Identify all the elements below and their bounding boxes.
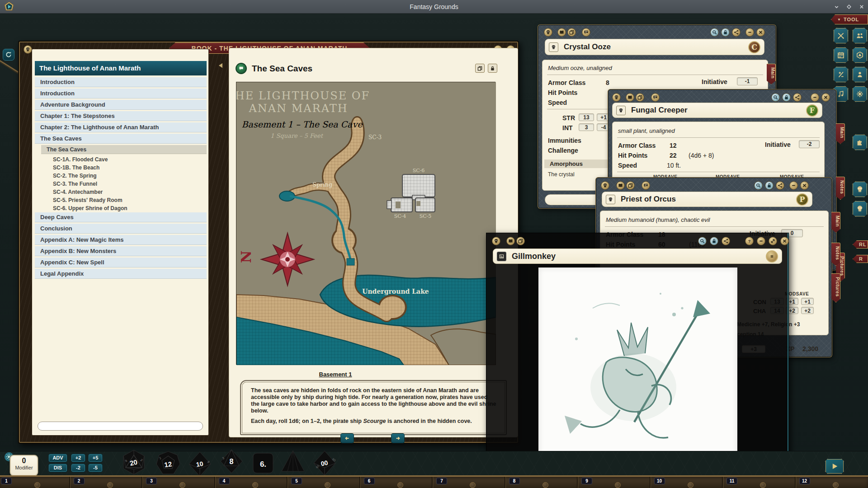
sidebar-collapse-button[interactable] [3,49,14,61]
previous-page-button[interactable] [340,433,354,443]
hotkey-slot-3[interactable]: 3 [146,478,157,484]
d6-die[interactable]: 6. [250,450,277,477]
rail-party-button[interactable] [852,66,868,83]
clone-window-button[interactable] [636,93,644,102]
rail-settings-button[interactable] [852,85,868,103]
con-save-field[interactable]: +1 [801,298,814,305]
lock-button[interactable] [710,237,718,245]
plus2-button[interactable]: +2 [71,454,85,462]
rail-options-button[interactable] [833,27,849,44]
rail-modifiers-button[interactable] [833,66,849,83]
npc-menu-button[interactable] [601,181,609,190]
initiative-field[interactable]: -2 [799,140,820,148]
zoom-button[interactable] [771,93,780,102]
toc-item[interactable]: The Sea Caves [35,134,207,144]
minimize-button[interactable] [745,28,754,37]
initiative-field[interactable]: -1 [737,77,758,85]
d4-die[interactable] [279,448,307,475]
zoom-button[interactable] [698,237,707,245]
tab-notes[interactable]: Notes [836,177,845,200]
npc-menu-button[interactable] [544,28,552,37]
window-titlebar[interactable]: Gillmonkey [493,249,782,264]
tab-main[interactable]: Main [831,212,840,233]
search-input[interactable] [38,422,203,431]
lock-page-icon[interactable] [488,64,497,73]
copy-window-icon[interactable] [475,64,485,73]
minus2-button[interactable]: -2 [71,464,85,472]
minus5-button[interactable]: -5 [89,464,102,472]
toc-item[interactable]: Appendix C: New Spell [35,258,207,267]
rail-characters-button[interactable] [852,27,868,44]
d100-die[interactable]: 80 60 00 [311,450,338,477]
close-button[interactable] [800,181,809,190]
window-titlebar[interactable]: Priest of Orcus P [602,192,812,207]
share-button[interactable] [776,181,784,190]
hotkey-slot-5[interactable]: 5 [291,478,302,484]
rail-calendar-button[interactable] [833,47,849,64]
toc-item[interactable]: Appendix A: New Magic Items [35,235,207,245]
hotkey-slot-11[interactable]: 11 [726,478,737,484]
d10-die[interactable]: 8 10 [186,450,213,478]
book-view-button[interactable] [557,28,566,37]
book-view-button[interactable] [626,93,634,102]
share-button[interactable] [793,93,802,102]
help-button[interactable]: ? [745,237,754,245]
close-button[interactable] [756,28,765,37]
resize-button[interactable] [769,237,777,245]
close-button[interactable] [780,237,789,245]
toc-item[interactable]: SC-1A. Flooded Cave [41,155,207,164]
lock-button[interactable] [765,181,774,190]
hotkey-slot-1[interactable]: 1 [1,478,12,484]
clone-window-button[interactable] [626,181,635,190]
hotkey-slot-2[interactable]: 2 [74,478,85,484]
hotkey-slot-12[interactable]: 12 [799,478,810,484]
toc-item[interactable]: Deep Caves [35,212,207,222]
close-window-icon[interactable] [855,0,868,14]
share-button[interactable] [732,28,741,37]
next-page-button[interactable] [391,433,405,443]
toc-item[interactable]: SC-1B. The Beach [41,164,207,172]
chat-output-button[interactable] [651,93,660,102]
share-button[interactable] [722,237,730,245]
toc-item[interactable]: Chapter 1: The Stepstones [35,111,207,121]
hotkey-slot-9[interactable]: 9 [581,478,592,484]
zoom-button[interactable] [754,181,763,190]
chat-output-button[interactable] [582,28,590,37]
tab-pictures[interactable]: Pictures [831,273,840,302]
toc-item[interactable]: Conclusion [35,224,207,234]
zoom-button[interactable] [710,28,719,37]
disadvantage-button[interactable]: DIS [49,464,67,472]
toc-item[interactable]: SC-2. The Spring [41,172,207,180]
lock-button[interactable] [782,93,791,102]
tab-notes[interactable]: Notes [831,243,840,266]
chat-share-icon[interactable] [236,63,247,74]
rail-dice-tower-button[interactable] [852,47,868,64]
str-field[interactable]: 13 [579,113,594,121]
toc-item[interactable]: Chapter 2: The Lighthouse of Anan Marath [35,122,207,132]
toc-item[interactable]: Appendix B: New Monsters [35,246,207,256]
npc-menu-button[interactable] [612,93,621,102]
chat-output-button[interactable] [642,181,650,190]
modifier-box[interactable]: 0 Modifier [10,455,38,476]
plus5-button[interactable]: +5 [89,454,102,462]
d8-die[interactable]: 2 8 [218,448,245,475]
toc-item[interactable]: Introduction [35,77,207,87]
hotkey-slot-6[interactable]: 6 [364,478,375,484]
window-titlebar[interactable]: Crystal Ooze C [545,39,764,55]
source-badge[interactable]: F [806,104,818,117]
clone-window-button[interactable] [516,237,525,245]
source-badge[interactable]: P [796,193,808,206]
minimize-window-icon[interactable] [830,0,843,14]
book-view-button[interactable] [506,237,515,245]
rail-modules-button[interactable] [852,134,868,151]
hotkey-slot-7[interactable]: 7 [436,478,447,484]
restore-window-icon[interactable] [843,0,855,14]
book-view-button[interactable] [616,181,625,190]
advantage-button[interactable]: ADV [49,454,67,462]
map-image[interactable]: THE LIGHTHOUSE OF ANAN MARATH Basement 1… [236,82,495,365]
image-menu-button[interactable] [492,237,500,245]
tab-main[interactable]: Main [767,64,776,84]
hotkey-slot-10[interactable]: 10 [654,478,665,484]
tab-main[interactable]: Main [836,123,845,144]
rail-npcs-button[interactable] [852,181,868,198]
